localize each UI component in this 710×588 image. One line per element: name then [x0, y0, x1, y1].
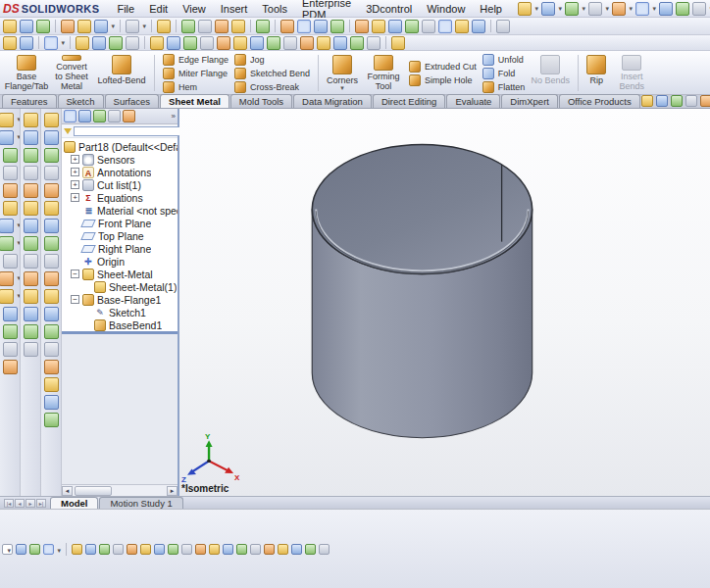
tab-scroll-prev-icon[interactable]: ◂ [15, 499, 25, 508]
section-properties-icon[interactable] [200, 36, 214, 50]
tab-scroll-first-icon[interactable]: |◂ [4, 499, 14, 508]
print-menu-icon[interactable] [588, 2, 602, 16]
panel-horizontal-scrollbar[interactable]: ◂ ▸ [62, 484, 178, 496]
comment-icon[interactable] [3, 36, 17, 50]
linear-pattern-menu-icon[interactable] [0, 289, 14, 304]
sketched-bend-button[interactable]: Sketched Bend [231, 67, 313, 79]
displaymanager-tab-icon[interactable] [123, 110, 135, 122]
model-tab[interactable]: Model [50, 497, 98, 509]
thickness-analysis-icon[interactable] [333, 36, 347, 50]
revolved-boss-menu-icon[interactable] [0, 130, 14, 145]
configurationmanager-tab-icon[interactable] [93, 110, 106, 122]
tree-item-sketch1[interactable]: ✎ Sketch1 [62, 306, 178, 318]
simple-hole-button[interactable]: Simple Hole [406, 74, 480, 86]
open-document-menu-icon[interactable] [541, 2, 555, 16]
zoom-area-icon[interactable] [656, 95, 668, 107]
sensor-alarm-icon[interactable] [233, 36, 247, 50]
filter-notes-icon[interactable] [223, 544, 233, 555]
back-view-cube-icon[interactable] [24, 130, 38, 145]
paste-appearance-icon[interactable] [126, 36, 139, 50]
view-left-icon[interactable] [314, 20, 328, 33]
view-orientation-menu-icon[interactable] [126, 20, 139, 33]
expand-icon[interactable]: + [71, 193, 79, 202]
rebuild-icon[interactable] [181, 20, 195, 33]
assembly-visualization-icon[interactable] [215, 20, 228, 33]
draft-tool-icon[interactable] [3, 307, 18, 321]
tree-item-basebend1[interactable]: BaseBend1 [62, 318, 178, 331]
screen-capture-icon[interactable] [61, 20, 75, 33]
zoom-area-icon[interactable] [20, 20, 33, 33]
left-view-cube-icon[interactable] [24, 148, 38, 163]
tree-item-front-plane[interactable]: Front Plane [62, 217, 178, 229]
scroll-thumb[interactable] [75, 486, 112, 496]
menu-edit[interactable]: Edit [142, 2, 175, 16]
save-menu-icon[interactable] [565, 2, 579, 16]
menu-tools[interactable]: Tools [255, 2, 294, 16]
shaded-view-icon[interactable] [455, 20, 469, 33]
propertymanager-tab-icon[interactable] [78, 110, 91, 122]
text-tool-icon[interactable] [44, 236, 59, 251]
filter-gtols-icon[interactable] [250, 544, 261, 555]
tree-item-part[interactable]: Part18 (Default<<Default>_Dis [62, 140, 178, 153]
record-video-menu-icon[interactable] [94, 20, 108, 33]
section-view-icon[interactable] [685, 95, 697, 107]
filter-faces-icon[interactable] [99, 544, 110, 555]
tree-item-right-plane[interactable]: Right Plane [62, 242, 178, 255]
no-bends-button[interactable]: No Bends [528, 53, 573, 93]
filter-center-marks-icon[interactable] [181, 544, 192, 555]
view-cube-a-icon[interactable] [372, 20, 385, 33]
composite-curve-icon[interactable] [44, 395, 59, 410]
insert-bends-button[interactable]: Insert Bends [609, 53, 654, 93]
bottom-view-cube-icon[interactable] [24, 201, 38, 216]
draft-analysis-icon[interactable] [317, 36, 330, 50]
convert-entities-icon[interactable] [24, 289, 38, 304]
tree-item-sheet-metal-folder[interactable]: − Sheet-Metal [62, 268, 178, 280]
menu-view[interactable]: View [176, 2, 213, 16]
motion-study-tab[interactable]: Motion Study 1 [99, 497, 182, 509]
filter-edges-icon[interactable] [85, 544, 96, 555]
filter-wand-icon[interactable] [29, 544, 40, 555]
tolerance-analysis-icon[interactable] [300, 36, 314, 50]
tab-features[interactable]: Features [2, 94, 57, 108]
swept-cut-icon[interactable] [3, 254, 18, 269]
mirror-entities-icon[interactable] [24, 324, 38, 339]
select-cursor-menu-icon[interactable] [44, 36, 58, 50]
wireframe-view-icon[interactable] [472, 20, 485, 33]
filter-midpoints-icon[interactable] [168, 544, 178, 555]
measure-icon[interactable] [167, 36, 180, 50]
options-display-menu-icon[interactable] [692, 2, 706, 16]
appearance-ball-icon[interactable] [76, 36, 89, 50]
filter-solid-bodies-icon[interactable] [113, 544, 124, 555]
menu-insert[interactable]: Insert [214, 2, 255, 16]
filter-vertices-icon[interactable] [72, 544, 82, 555]
tab-evaluate[interactable]: Evaluate [446, 94, 500, 108]
helix-tool-icon[interactable] [44, 324, 59, 339]
flatten-button[interactable]: Flatten [480, 80, 529, 93]
chamfer-3d-icon[interactable] [44, 360, 59, 374]
tab-direct-editing[interactable]: Direct Editing [373, 94, 446, 108]
tree-item-origin[interactable]: ✛ Origin [62, 255, 178, 268]
unfold-button[interactable]: Unfold [480, 53, 529, 66]
mate-reference-icon[interactable] [44, 307, 59, 321]
forming-tool-button[interactable]: Forming Tool [361, 53, 406, 93]
rib-tool-icon[interactable] [3, 342, 18, 357]
swept-boss-icon[interactable] [3, 148, 18, 163]
corners-button[interactable]: Corners [324, 53, 361, 93]
open-texture-icon[interactable] [92, 36, 106, 50]
zoom-to-fit-icon[interactable] [641, 95, 653, 107]
tab-scroll-last-icon[interactable]: ▸| [36, 499, 46, 508]
view-top-icon[interactable] [330, 20, 344, 33]
fly-by-icon[interactable] [36, 20, 50, 33]
rip-button[interactable]: Rip [583, 53, 609, 93]
tab-office-products[interactable]: Office Products [559, 94, 640, 108]
trim-entities-icon[interactable] [24, 307, 38, 321]
view-cube-b-icon[interactable] [388, 20, 402, 33]
view-cube-d-icon[interactable] [422, 20, 435, 33]
extruded-cut-button[interactable]: Extruded Cut [406, 60, 480, 73]
filter-sketch-points-icon[interactable] [154, 544, 165, 555]
tree-item-material[interactable]: ≣ Material <not specified> [62, 204, 178, 217]
panel-overflow-chevron-icon[interactable]: » [172, 112, 176, 121]
menu-3dcontrol[interactable]: 3Dcontrol [359, 2, 419, 16]
expand-icon[interactable]: + [71, 180, 79, 189]
tree-filter-input[interactable] [74, 126, 183, 136]
